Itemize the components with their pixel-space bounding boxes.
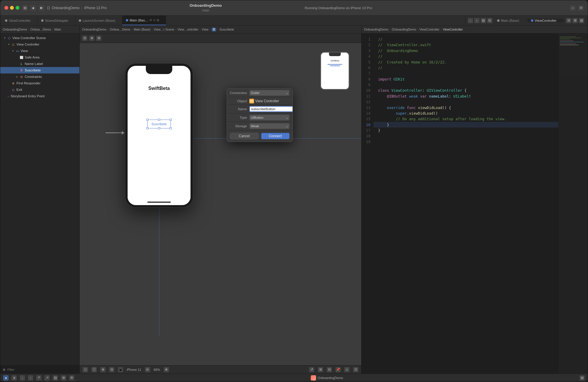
object-value: View Controller — [255, 99, 279, 103]
nav-back-button[interactable]: ‹ — [468, 18, 473, 23]
add-button[interactable]: + — [570, 5, 575, 11]
type-value: UIButton — [251, 116, 263, 119]
breadcrumb-item[interactable]: Main — [54, 28, 61, 31]
code-line-17: } — [378, 128, 554, 133]
frame-button[interactable]: ⊟ — [109, 367, 114, 372]
status-square-btn[interactable]: ■ — [3, 375, 9, 381]
align-btn[interactable]: ⊞ — [318, 367, 323, 372]
stop-button[interactable]: ■ — [31, 5, 36, 11]
tree-item-safearea[interactable]: ⬜ Safe Area — [0, 54, 79, 61]
breadcrumb-item[interactable]: Suscribete — [220, 28, 234, 31]
split-toolbar-btn[interactable]: ⊟ — [487, 18, 492, 23]
canvas-content[interactable]: SwiftBeta — [80, 43, 361, 365]
status-graph-btn[interactable]: ⊞ — [61, 375, 66, 381]
arrow-head — [122, 131, 125, 135]
close-button[interactable] — [4, 6, 8, 10]
tree-item-exit[interactable]: ◻ Exit — [0, 86, 79, 93]
code-lines[interactable]: // // ViewController.swift // Onboarding… — [373, 33, 558, 373]
constraint-button[interactable]: ⊞ — [96, 36, 101, 41]
maximize-button[interactable] — [16, 6, 19, 10]
right-sidebar-btn[interactable]: ⊟ — [566, 18, 571, 23]
tree-item-suscribete[interactable]: B Suscribete — [0, 67, 79, 73]
zoom-out-btn[interactable]: ⊖ — [145, 367, 150, 372]
tree-item-namelabel[interactable]: L Name Label — [0, 61, 79, 67]
minimize-button[interactable] — [10, 6, 14, 10]
status-link-btn[interactable]: ⛓ — [53, 375, 58, 381]
app-icon — [311, 375, 316, 381]
status-step-into-btn[interactable]: ↱ — [36, 375, 41, 381]
breadcrumb-item[interactable]: Main (Base) — [134, 28, 151, 31]
tree-label-entry: Storyboard Entry Point — [11, 94, 45, 98]
tree-toggle-vc[interactable]: ▾ — [7, 43, 11, 46]
connection-select[interactable]: Outlet ⌄ — [249, 90, 290, 96]
tree-toggle-view[interactable]: ▾ — [11, 49, 15, 52]
connect-button[interactable]: Connect — [261, 133, 290, 139]
breadcrumb-item[interactable]: OnboardingDemo — [392, 28, 416, 31]
mini-line-1 — [328, 64, 342, 65]
type-select[interactable]: UIButton ⌄ — [249, 115, 290, 120]
breadcrumb-item[interactable]: View…r Scene — [154, 28, 174, 31]
run-button[interactable]: ▶ — [39, 5, 44, 11]
tree-item-responder[interactable]: ⊛ First Responder — [0, 80, 79, 86]
tab-right-viewcontroller[interactable]: ViewController × — [527, 19, 564, 22]
tree-item-view[interactable]: ▾ ▭ View — [0, 48, 79, 54]
status-step-over-btn[interactable]: ↑ — [28, 375, 33, 381]
storage-select[interactable]: Weak ⌄ — [249, 123, 290, 129]
embed-btn[interactable]: ⊡ — [353, 367, 358, 372]
add-object-button[interactable]: ⊕ — [89, 36, 94, 41]
pin-btn[interactable]: 📌 — [335, 367, 341, 372]
tree-item-entry[interactable]: → Storyboard Entry Point — [0, 93, 79, 99]
breadcrumb-item[interactable]: Onboa…Demo — [110, 28, 130, 31]
tree-item-constraints[interactable]: ▸ ⊞ Constraints — [0, 73, 79, 80]
sidebar-toggle-button[interactable]: ▤ — [22, 5, 28, 11]
status-step-btn[interactable]: ↓ — [20, 375, 25, 381]
handle-bl — [146, 127, 148, 129]
line-num: 9 — [362, 82, 370, 88]
tree-toggle-constraints[interactable]: ▸ — [15, 75, 19, 78]
breadcrumb-item[interactable]: View — [202, 28, 208, 31]
minimap-btn[interactable]: ⊞ — [572, 18, 578, 23]
tab-scenedelegate[interactable]: SceneDelegate × — [38, 16, 75, 25]
tree-item-vc[interactable]: ▾ ◻ View Controller — [0, 41, 79, 48]
view-as-button[interactable]: ⊟ — [82, 36, 87, 41]
zoom-in-btn[interactable]: ⊕ — [164, 367, 169, 372]
breadcrumb-item[interactable]: OnboardingDemo — [82, 28, 106, 31]
resolve-btn[interactable]: ⚠ — [344, 367, 350, 372]
tab-label: ViewController — [535, 19, 557, 22]
breadcrumb-item[interactable]: Onboa…Demo — [30, 28, 51, 31]
status-share-btn[interactable]: ↗ — [44, 375, 50, 381]
name-input[interactable] — [249, 106, 293, 112]
device-btn[interactable]: 📱 — [118, 367, 123, 372]
breadcrumb-item[interactable]: ViewController — [420, 28, 440, 31]
cancel-button[interactable]: Cancel — [230, 133, 259, 139]
layout-button[interactable]: ⊟ — [578, 5, 584, 11]
nav-forward-button[interactable]: › — [474, 18, 480, 23]
tab-main-base[interactable]: Main (Bas… ⟳ ≡ ⊟ × — [122, 16, 166, 25]
add-canvas-btn[interactable]: ⊕ — [100, 367, 106, 372]
status-pause-btn[interactable]: ⏸ — [11, 375, 17, 381]
canvas-bottom-bar: ◻ ⓘ ⊕ ⊟ 📱 iPhone 11 ⊖ 68% ⊕ ↺ ⊞ ⊟ 📌 ⚠ ⊡ — [80, 365, 361, 373]
subscribe-button-wrapper: Suscribete — [147, 120, 171, 128]
scheme-selector[interactable]: ⟨⟩ OnboardingDemo › iPhone 13 Pro — [47, 6, 107, 10]
view-button[interactable]: ◻ — [83, 367, 88, 372]
code-line-19 — [378, 139, 554, 145]
breadcrumb-item[interactable]: View…ontroller — [178, 28, 198, 31]
tree-item-scene[interactable]: ▾ ⬡ View Controller Scene — [0, 35, 79, 41]
breadcrumb-item[interactable]: OnboardingDemo — [364, 28, 388, 31]
status-wrench-btn[interactable]: ⚙ — [69, 375, 74, 381]
breadcrumb-item-highlighted[interactable]: B — [212, 28, 216, 31]
iphone-mockup[interactable]: SwiftBeta — [125, 63, 193, 207]
tree-toggle-scene[interactable]: ▾ — [3, 36, 7, 39]
filter-input[interactable] — [7, 368, 77, 371]
tab-right-main[interactable]: Main (Base) × — [494, 19, 526, 22]
refresh-btn[interactable]: ↺ — [309, 367, 314, 372]
right-panel-btn[interactable]: ▧ — [579, 18, 584, 23]
tab-viewcontroller[interactable]: ViewController × — [1, 16, 38, 25]
status-panel-btn[interactable]: ▧ — [579, 375, 585, 381]
info-button[interactable]: ⓘ — [91, 367, 97, 372]
breadcrumb-item[interactable]: OnboardingDemo — [3, 28, 27, 31]
breadcrumb-item-current[interactable]: ViewController — [443, 28, 463, 31]
left-toolbar-btn[interactable]: ▤ — [481, 18, 486, 23]
distribute-btn[interactable]: ⊟ — [327, 367, 332, 372]
tab-launchscreen[interactable]: LaunchScreen (Base) × — [75, 16, 122, 25]
